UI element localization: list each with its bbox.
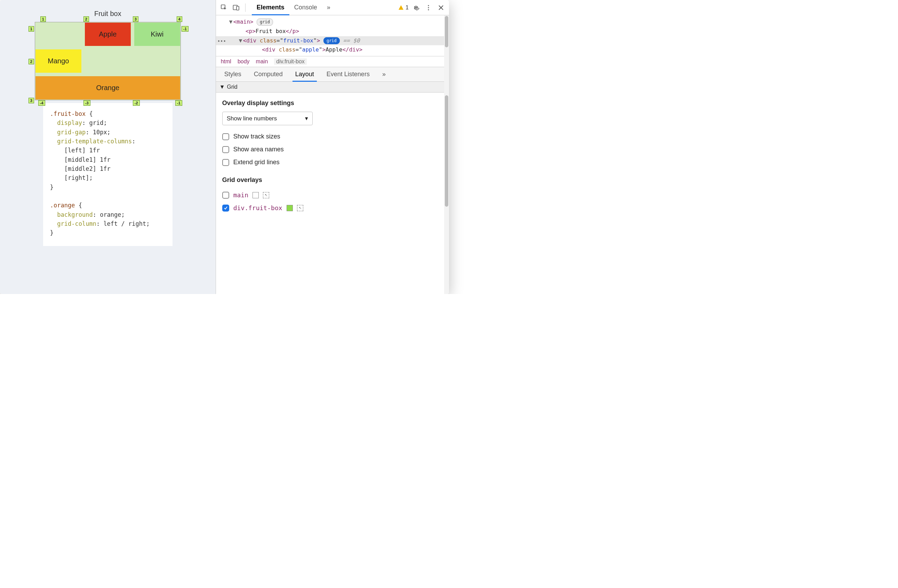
cell-mango: Mango	[35, 49, 81, 73]
grid-line-label: -4	[38, 100, 45, 106]
device-toggle-icon[interactable]	[231, 2, 242, 13]
warning-count-badge[interactable]: 1	[398, 5, 409, 11]
grid-badge[interactable]: grid	[257, 18, 273, 26]
toolbar-divider	[245, 3, 246, 12]
svg-point-6	[428, 7, 429, 8]
rendered-page-pane: Fruit box Apple Kiwi Mango Orange 1 2 3 …	[0, 0, 215, 294]
grid-line-label: 3	[133, 16, 138, 22]
highlight-element-icon[interactable]: ↖	[297, 205, 303, 211]
grid-line-label: 1	[29, 26, 34, 32]
line-numbers-select-value: Show line numbers	[227, 115, 277, 122]
option-label: Extend grid lines	[234, 159, 280, 166]
warning-count: 1	[406, 5, 409, 11]
line-numbers-select[interactable]: Show line numbers ▾	[222, 112, 313, 125]
crumb-body[interactable]: body	[238, 58, 250, 65]
grid-line-label: 1	[40, 16, 46, 22]
option-extend-grid-lines[interactable]: Extend grid lines	[222, 156, 443, 169]
grid-badge-active[interactable]: grid	[323, 37, 340, 45]
tab-console[interactable]: Console	[289, 0, 322, 15]
checkbox-area-names[interactable]	[222, 146, 229, 153]
grid-line-label: -3	[83, 100, 91, 106]
color-swatch[interactable]	[252, 192, 259, 198]
crumb-main[interactable]: main	[256, 58, 268, 65]
grid-line-label: -1	[181, 26, 189, 32]
dom-node-main[interactable]: ▼<main> grid	[229, 17, 449, 27]
crumb-fruit-box[interactable]: div.fruit-box	[274, 58, 307, 65]
layout-pane-body: Overlay display settings Show line numbe…	[216, 92, 449, 217]
css-code-block: .fruit-box { display: grid; grid-gap: 10…	[43, 103, 172, 246]
scrollbar-thumb[interactable]	[445, 16, 448, 47]
overlay-display-settings-heading: Overlay display settings	[222, 100, 443, 107]
styles-pane-tabs: Styles Computed Layout Event Listeners »	[216, 67, 449, 82]
devtools-main-tabs: Elements Console »	[252, 0, 335, 15]
dom-breadcrumbs: html body main div.fruit-box	[216, 56, 449, 67]
cell-orange: Orange	[35, 76, 180, 100]
color-swatch[interactable]	[287, 205, 293, 211]
crumb-html[interactable]: html	[221, 58, 231, 65]
cell-kiwi: Kiwi	[134, 23, 180, 46]
checkbox-extend-lines[interactable]	[222, 159, 229, 166]
grid-section-header[interactable]: ▼ Grid	[216, 82, 449, 92]
highlight-element-icon[interactable]: ↖	[263, 192, 269, 198]
svg-point-5	[428, 5, 429, 6]
devtools-toolbar: Elements Console » 1	[216, 0, 449, 15]
grid-line-label: -1	[175, 100, 182, 106]
inspect-icon[interactable]	[219, 2, 229, 13]
grid-overlay-wrap: Apple Kiwi Mango Orange 1 2 3 4 1 2 3 -1…	[35, 22, 181, 100]
overlay-row-main[interactable]: main ↖	[222, 189, 443, 202]
cell-apple: Apple	[85, 23, 131, 46]
dom-node-p[interactable]: <p>Fruit box</p>	[229, 27, 449, 36]
settings-icon[interactable]	[411, 2, 421, 13]
option-show-track-sizes[interactable]: Show track sizes	[222, 130, 443, 143]
overlay-label: main	[234, 191, 248, 199]
subtab-computed[interactable]: Computed	[248, 67, 289, 82]
dom-node-fruit-box[interactable]: •••▼<div class="fruit-box"> grid == $0	[216, 36, 449, 46]
checkbox-track-sizes[interactable]	[222, 133, 229, 140]
subtab-event-listeners[interactable]: Event Listeners	[320, 67, 376, 82]
devtools-pane: Elements Console » 1 ▼<main> grid <p>Fru	[215, 0, 449, 294]
grid-line-label: 2	[29, 59, 34, 65]
svg-rect-2	[237, 6, 239, 10]
svg-point-4	[415, 7, 417, 8]
scrollbar-thumb[interactable]	[445, 95, 448, 207]
checkbox-overlay-fruit-box[interactable]	[222, 205, 229, 212]
dom-tree[interactable]: ▼<main> grid <p>Fruit box</p> •••▼<div c…	[216, 15, 449, 56]
tab-elements[interactable]: Elements	[252, 0, 289, 15]
grid-line-label: 4	[177, 16, 182, 22]
dom-node-apple[interactable]: <div class="apple">Apple</div>	[229, 45, 449, 55]
kebab-menu-icon[interactable]	[423, 2, 434, 13]
fruit-box-grid: Apple Kiwi Mango Orange	[35, 22, 181, 100]
app-window: Fruit box Apple Kiwi Mango Orange 1 2 3 …	[0, 0, 449, 294]
option-show-area-names[interactable]: Show area names	[222, 143, 443, 156]
overlay-label: div.fruit-box	[234, 204, 282, 212]
option-label: Show track sizes	[234, 133, 280, 140]
selected-node-marker: == $0	[343, 37, 360, 44]
grid-overlays-heading: Grid overlays	[222, 176, 443, 184]
grid-section-title: Grid	[227, 84, 238, 90]
checkbox-overlay-main[interactable]	[222, 192, 229, 199]
tabs-overflow-icon[interactable]: »	[322, 0, 335, 15]
more-actions-icon[interactable]: •••	[217, 38, 226, 45]
chevron-down-icon: ▾	[305, 115, 308, 122]
subtab-layout[interactable]: Layout	[289, 67, 320, 82]
disclosure-triangle-icon[interactable]: ▼	[220, 84, 225, 90]
grid-line-label: 2	[83, 16, 89, 22]
subtabs-overflow-icon[interactable]: »	[376, 67, 392, 82]
option-label: Show area names	[234, 146, 284, 153]
warning-icon	[398, 5, 404, 11]
grid-line-label: 3	[29, 98, 34, 103]
close-devtools-icon[interactable]	[436, 2, 446, 13]
subtab-styles[interactable]: Styles	[218, 67, 248, 82]
overlay-row-fruit-box[interactable]: div.fruit-box ↖	[222, 202, 443, 214]
devtools-scrollbar[interactable]	[444, 15, 449, 294]
svg-point-7	[428, 9, 429, 10]
grid-line-label: -2	[133, 100, 140, 106]
